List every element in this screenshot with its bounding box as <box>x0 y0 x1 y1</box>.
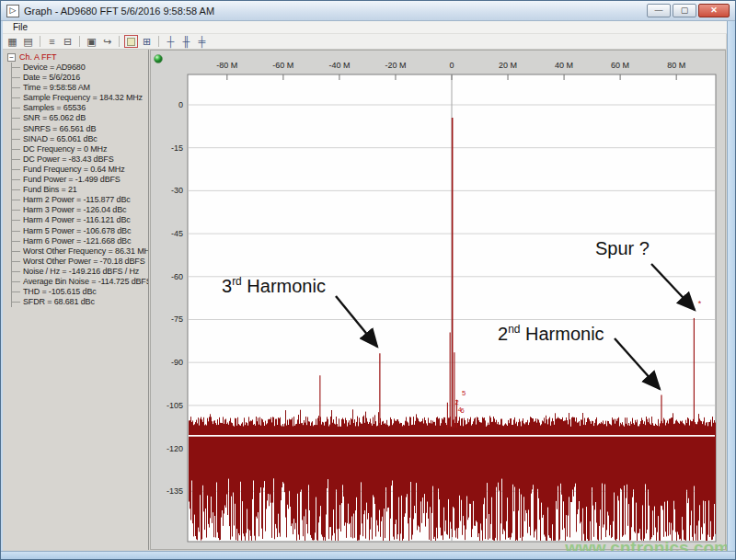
measurement-tree-panel: − Ch. A FFT Device = AD9680Date = 5/6/20… <box>3 50 149 550</box>
menu-bar: File <box>2 21 734 34</box>
toolbar-separator <box>119 36 120 47</box>
tree-item[interactable]: Harm 4 Power = -116.121 dBc <box>12 215 148 225</box>
zoom-tool-icon[interactable]: ╪ <box>195 35 209 48</box>
app-icon: ▷ <box>6 5 19 17</box>
title-bar[interactable]: ▷ Graph - AD9680 FFT 5/6/2016 9:58:58 AM… <box>1 1 735 21</box>
grid-toggle-icon[interactable]: ⊞ <box>140 35 154 48</box>
window-title: Graph - AD9680 FFT 5/6/2016 9:58:58 AM <box>24 6 647 17</box>
tree-item[interactable]: Samples = 65536 <box>12 103 148 113</box>
window-border-left <box>1 21 3 559</box>
tree-item[interactable]: Harm 5 Power = -106.678 dBc <box>12 226 148 236</box>
tree-item[interactable]: Fund Bins = 21 <box>12 185 148 195</box>
close-button[interactable]: ✕ <box>698 4 730 17</box>
tree-root[interactable]: − Ch. A FFT <box>7 52 148 62</box>
tree-item[interactable]: Device = AD9680 <box>12 63 148 73</box>
tree-item[interactable]: SNR = 65.062 dB <box>12 113 148 123</box>
tree-item[interactable]: SFDR = 68.681 dBc <box>12 297 148 307</box>
tree-item[interactable]: DC Frequency = 0 MHz <box>12 144 148 154</box>
pan-tool-icon[interactable]: ┼ <box>164 35 178 48</box>
tree-item[interactable]: Harm 2 Power = -115.877 dBc <box>12 195 148 205</box>
toolbar-separator <box>40 36 40 47</box>
fill-color-icon[interactable] <box>124 35 138 48</box>
tree-item[interactable]: SNRFS = 66.561 dB <box>12 124 148 134</box>
window-border-bottom <box>1 551 735 559</box>
tree-item[interactable]: Harm 6 Power = -121.668 dBc <box>12 236 148 246</box>
plot-grid-icon[interactable]: ▦ <box>6 35 19 48</box>
toolbar: ▦▤≡⊟▣↪⊞┼╫╪ <box>2 34 726 50</box>
cursor-dock-icon[interactable]: ⊟ <box>61 35 75 48</box>
tree-item[interactable]: THD = -105.615 dBc <box>12 287 148 297</box>
tree-item[interactable]: Sample Frequency = 184.32 MHz <box>12 93 148 103</box>
toolbar-separator <box>79 36 80 47</box>
app-window: ▷ Graph - AD9680 FFT 5/6/2016 9:58:58 AM… <box>0 0 736 560</box>
window-border-right <box>727 21 735 559</box>
tree-item[interactable]: Average Bin Noise = -114.725 dBFS <box>12 277 148 287</box>
list-view-icon[interactable]: ≡ <box>45 35 59 48</box>
crosshair-tool-icon[interactable]: ╫ <box>179 35 193 48</box>
maximize-button[interactable]: ▢ <box>673 4 696 17</box>
export-icon[interactable]: ↪ <box>100 35 114 48</box>
tree-root-label: Ch. A FFT <box>19 52 57 62</box>
graph-panel[interactable] <box>150 50 726 550</box>
menu-file[interactable]: File <box>7 22 33 32</box>
tree-item[interactable]: Worst Other Power = -70.18 dBFS <box>12 257 148 267</box>
minimize-button[interactable]: — <box>647 4 671 17</box>
tree-item[interactable]: Date = 5/6/2016 <box>12 73 148 83</box>
toolbar-separator <box>158 36 159 47</box>
tree-item[interactable]: Fund Power = -1.499 dBFS <box>12 175 148 185</box>
tree-item[interactable]: Time = 9:58:58 AM <box>12 83 148 93</box>
tree-item[interactable]: Noise / Hz = -149.216 dBFS / Hz <box>12 267 148 277</box>
tree-item[interactable]: Harm 3 Power = -126.04 dBc <box>12 205 148 215</box>
tree-item[interactable]: DC Power = -83.43 dBFS <box>12 154 148 165</box>
tree-item[interactable]: Worst Other Frequency = 86.31 MHz <box>12 246 148 257</box>
tree-collapse-icon[interactable]: − <box>7 53 16 62</box>
panel-layout-icon[interactable]: ▤ <box>21 35 35 48</box>
save-icon[interactable]: ▣ <box>85 35 98 48</box>
tree-item[interactable]: Fund Frequency = 0.64 MHz <box>12 165 148 175</box>
tree-item[interactable]: SINAD = 65.061 dBc <box>12 134 148 144</box>
